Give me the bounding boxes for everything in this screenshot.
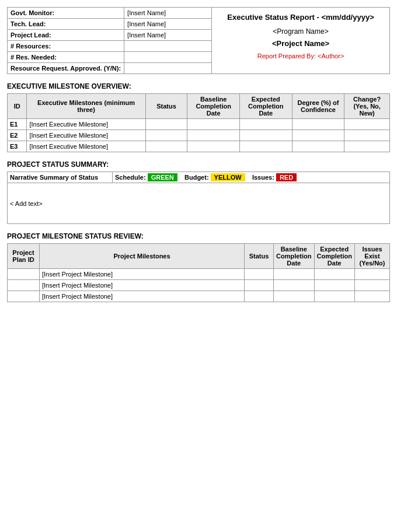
milestone-degree [292, 141, 344, 152]
proj-milestone-expected [314, 291, 355, 302]
milestone-baseline [187, 141, 240, 152]
milestone-status [145, 119, 187, 130]
project-name: <Project Name> [218, 39, 383, 48]
milestone-expected [239, 130, 292, 141]
proj-milestone-name: [Insert Project Milestone] [40, 291, 245, 302]
proj-milestone-baseline [274, 291, 315, 302]
proj-milestone-baseline [274, 269, 315, 280]
narrative-label: Narrative Summary of Status [8, 172, 113, 183]
right-panel: Executive Status Report - <mm/dd/yyyy> <… [212, 8, 390, 74]
table-row: [Insert Project Milestone] [8, 291, 390, 302]
res-needed-label: # Res. Needed: [8, 52, 124, 63]
proj-col-name: Project Milestones [40, 244, 245, 269]
resource-request-label: Resource Request. Approved. (Y/N): [8, 63, 124, 74]
resources-value [124, 41, 212, 52]
milestone-degree [292, 119, 344, 130]
milestone-id: E3 [8, 141, 27, 152]
narrative-text[interactable]: < Add text> [8, 183, 390, 224]
proj-milestone-status [245, 269, 274, 280]
col-expected: Expected Completion Date [239, 94, 292, 119]
res-needed-value [124, 52, 212, 63]
milestone-id: E2 [8, 130, 27, 141]
proj-col-expected: Expected Completion Date [314, 244, 355, 269]
proj-milestone-name: [Insert Project Milestone] [40, 269, 245, 280]
milestone-baseline [187, 119, 240, 130]
tech-lead-label: Tech. Lead: [8, 19, 124, 30]
govt-monitor-label: Govt. Monitor: [8, 8, 124, 19]
resource-request-value [124, 63, 212, 74]
proj-milestone-name: [Insert Project Milestone] [40, 280, 245, 291]
proj-milestone-expected [314, 269, 355, 280]
milestone-name: [Insert Executive Milestone] [27, 141, 145, 152]
report-title: Executive Status Report - <mm/dd/yyyy> [218, 13, 383, 22]
status-indicators-cell: Schedule: GREEN Budget: YELLOW Issues: R… [113, 172, 390, 183]
col-degree: Degree (%) of Confidence [292, 94, 344, 119]
milestone-name: [Insert Executive Milestone] [27, 130, 145, 141]
table-row: E3 [Insert Executive Milestone] [8, 141, 390, 152]
table-row: E2 [Insert Executive Milestone] [8, 130, 390, 141]
col-name: Executive Milestones (minimum three) [27, 94, 145, 119]
proj-milestone-id [8, 280, 40, 291]
milestone-baseline [187, 130, 240, 141]
schedule-label: Schedule: [115, 174, 146, 181]
project-milestone-section-title: PROJECT MILESTONE STATUS REVIEW: [7, 232, 390, 240]
milestone-name: [Insert Executive Milestone] [27, 119, 145, 130]
milestone-change [344, 130, 390, 141]
executive-milestone-section-title: EXECUTIVE MILESTONE OVERVIEW: [7, 82, 390, 90]
budget-label: Budget: [184, 174, 209, 181]
proj-milestone-issues [355, 280, 390, 291]
proj-milestone-expected [314, 280, 355, 291]
proj-col-status: Status [245, 244, 274, 269]
proj-milestone-id [8, 291, 40, 302]
milestone-expected [239, 141, 292, 152]
proj-milestone-id [8, 269, 40, 280]
executive-milestone-table: ID Executive Milestones (minimum three) … [7, 93, 390, 152]
proj-milestone-baseline [274, 280, 315, 291]
proj-milestone-status [245, 291, 274, 302]
govt-monitor-value: [Insert Name] [124, 8, 212, 19]
issues-label: Issues: [252, 174, 274, 181]
proj-col-id: Project Plan ID [8, 244, 40, 269]
col-id: ID [8, 94, 27, 119]
milestone-id: E1 [8, 119, 27, 130]
proj-col-baseline: Baseline Completion Date [274, 244, 315, 269]
milestone-change [344, 141, 390, 152]
project-status-section-title: PROJECT STATUS SUMMARY: [7, 160, 390, 169]
resources-label: # Resources: [8, 41, 124, 52]
program-name: <Program Name> [218, 27, 383, 36]
project-status-table: Narrative Summary of Status Schedule: GR… [7, 172, 390, 224]
issues-value: RED [276, 173, 297, 181]
table-row: E1 [Insert Executive Milestone] [8, 119, 390, 130]
proj-milestone-issues [355, 291, 390, 302]
tech-lead-value: [Insert Name] [124, 19, 212, 30]
milestone-status [145, 130, 187, 141]
milestone-change [344, 119, 390, 130]
prepared-by: Report Prepared By: <Author> [218, 52, 383, 60]
budget-value: YELLOW [211, 173, 245, 181]
col-baseline: Baseline Completion Date [187, 94, 240, 119]
proj-milestone-issues [355, 269, 390, 280]
schedule-value: GREEN [148, 173, 177, 181]
proj-milestone-status [245, 280, 274, 291]
proj-col-issues: Issues Exist (Yes/No) [355, 244, 390, 269]
col-change: Change? (Yes, No, New) [344, 94, 390, 119]
milestone-degree [292, 130, 344, 141]
milestone-status [145, 141, 187, 152]
milestone-expected [239, 119, 292, 130]
project-milestone-table: Project Plan ID Project Milestones Statu… [7, 243, 390, 302]
header-table: Govt. Monitor: [Insert Name] Executive S… [7, 7, 390, 74]
table-row: [Insert Project Milestone] [8, 269, 390, 280]
table-row: [Insert Project Milestone] [8, 280, 390, 291]
col-status: Status [145, 94, 187, 119]
project-lead-label: Project Lead: [8, 30, 124, 41]
project-lead-value: [Insert Name] [124, 30, 212, 41]
